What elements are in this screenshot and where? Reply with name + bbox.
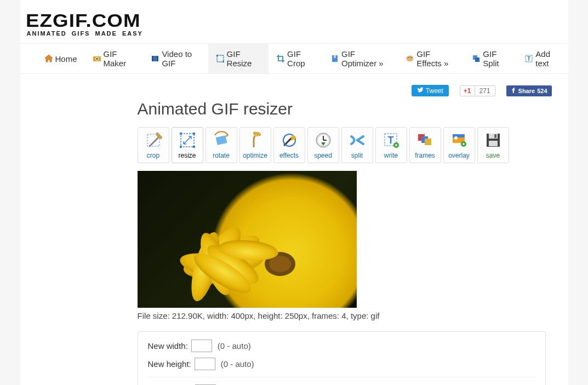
nav-gif-crop[interactable]: GIF Crop xyxy=(269,44,323,73)
svg-rect-23 xyxy=(193,133,195,135)
svg-rect-8 xyxy=(222,61,224,62)
tweet-button[interactable]: Tweet xyxy=(412,85,449,96)
svg-point-46 xyxy=(269,256,291,272)
camera-icon xyxy=(93,54,101,63)
home-icon xyxy=(44,54,53,63)
nav-gif-effects[interactable]: GIF Effects » xyxy=(398,44,464,73)
nav-label: GIF Maker xyxy=(104,49,136,68)
nav-gif-maker[interactable]: GIF Maker xyxy=(85,44,144,73)
new-width-input[interactable] xyxy=(191,340,212,352)
tool-label: split xyxy=(351,152,363,159)
effects-tool-icon xyxy=(280,131,299,150)
svg-rect-22 xyxy=(180,133,182,135)
nav-label: Video to GIF xyxy=(162,49,200,68)
rotate-tool-icon xyxy=(212,131,231,150)
text-icon: T xyxy=(524,54,533,63)
nav-label: GIF Crop xyxy=(287,49,315,68)
tool-overlay[interactable]: overlay xyxy=(443,127,475,163)
svg-rect-4 xyxy=(152,56,153,61)
tool-split[interactable]: split xyxy=(341,127,373,163)
main-nav: Home GIF Maker Video to GIF GIF Resize G… xyxy=(20,43,568,74)
new-width-label: New width: xyxy=(148,341,188,350)
share-row: Tweet +1 271 Share 524 xyxy=(138,85,568,96)
page-title: Animated GIF resizer xyxy=(138,100,568,118)
fb-share-count: 524 xyxy=(537,88,547,94)
tool-frames[interactable]: frames xyxy=(409,127,441,163)
new-height-input[interactable] xyxy=(195,358,215,370)
fb-share-button[interactable]: Share 524 xyxy=(506,85,552,96)
overlay-tool-icon xyxy=(450,131,469,150)
facebook-icon xyxy=(511,88,516,94)
tool-label: speed xyxy=(314,152,332,159)
svg-rect-26 xyxy=(215,135,227,145)
site-logo[interactable]: EZGIF.COM ANIMATED GIFS MADE EASY xyxy=(26,10,568,37)
nav-label: GIF Resize xyxy=(227,49,261,68)
tool-effects[interactable]: effects xyxy=(273,127,305,163)
nav-gif-resize[interactable]: GIF Resize xyxy=(208,44,269,73)
new-height-label: New height: xyxy=(148,359,191,369)
save-tool-icon xyxy=(484,131,503,150)
image-preview xyxy=(138,171,357,308)
nav-label: GIF Split xyxy=(483,49,509,68)
nav-gif-optimizer[interactable]: GIF Optimizer » xyxy=(323,44,398,73)
svg-point-15 xyxy=(411,59,412,60)
tweet-label: Tweet xyxy=(426,87,443,95)
palette-icon xyxy=(406,54,414,63)
svg-rect-38 xyxy=(453,134,465,137)
optimize-tool-icon xyxy=(246,131,265,150)
gplus-count: 271 xyxy=(475,86,495,96)
tool-speed[interactable]: speed xyxy=(307,127,339,163)
svg-rect-25 xyxy=(193,146,195,148)
svg-point-13 xyxy=(409,56,410,58)
auto-hint: (0 - auto) xyxy=(221,359,254,369)
tool-crop[interactable]: crop xyxy=(138,127,169,163)
nav-video-to-gif[interactable]: Video to GIF xyxy=(143,44,208,73)
svg-text:T: T xyxy=(387,135,393,146)
split-tool-icon xyxy=(348,131,367,150)
tool-rotate[interactable]: rotate xyxy=(205,127,237,163)
tool-label: crop xyxy=(147,152,159,159)
nav-label: Home xyxy=(55,54,77,64)
svg-rect-17 xyxy=(475,58,479,62)
tool-label: effects xyxy=(279,152,299,159)
svg-text:T: T xyxy=(527,56,530,62)
compress-icon xyxy=(330,54,339,63)
auto-hint: (0 - auto) xyxy=(218,341,251,350)
crop-tool-icon xyxy=(144,131,163,150)
film-icon xyxy=(151,54,159,63)
svg-point-12 xyxy=(408,57,409,58)
svg-rect-5 xyxy=(157,56,158,61)
svg-rect-24 xyxy=(180,146,182,148)
svg-rect-36 xyxy=(425,139,431,145)
crop-icon xyxy=(276,54,285,63)
tool-write[interactable]: T write xyxy=(375,127,407,163)
nav-add-text[interactable]: T Add text xyxy=(517,44,568,73)
gplus-button[interactable]: +1 271 xyxy=(460,85,495,96)
toolbar: crop resize rotate optimize xyxy=(138,127,568,163)
tool-resize[interactable]: resize xyxy=(172,127,203,163)
twitter-icon xyxy=(417,87,424,95)
svg-rect-10 xyxy=(334,55,336,58)
row-new-height: New height: (0 - auto) xyxy=(148,358,535,370)
nav-label: GIF Optimizer » xyxy=(341,49,390,68)
logo-main: EZGIF.COM xyxy=(26,10,589,31)
svg-point-39 xyxy=(454,136,458,140)
tool-label: optimize xyxy=(243,152,267,159)
file-info: File size: 212.90K, width: 400px, height… xyxy=(138,311,568,320)
resize-form: New width: (0 - auto) New height: (0 - a… xyxy=(138,331,546,385)
stack-icon xyxy=(472,54,481,63)
svg-rect-44 xyxy=(489,141,498,146)
tool-save[interactable]: save xyxy=(477,127,509,163)
tool-label: rotate xyxy=(213,152,230,159)
resize-tool-icon xyxy=(178,131,197,150)
fb-share-label: Share xyxy=(518,88,535,94)
tool-optimize[interactable]: optimize xyxy=(239,127,271,163)
tool-label: write xyxy=(384,152,398,159)
preview-content xyxy=(138,171,357,308)
nav-home[interactable]: Home xyxy=(37,44,85,73)
svg-point-2 xyxy=(96,58,98,60)
nav-gif-split[interactable]: GIF Split xyxy=(464,44,517,73)
tool-label: resize xyxy=(178,152,196,159)
speed-tool-icon xyxy=(314,131,333,150)
tool-label: save xyxy=(486,152,500,159)
